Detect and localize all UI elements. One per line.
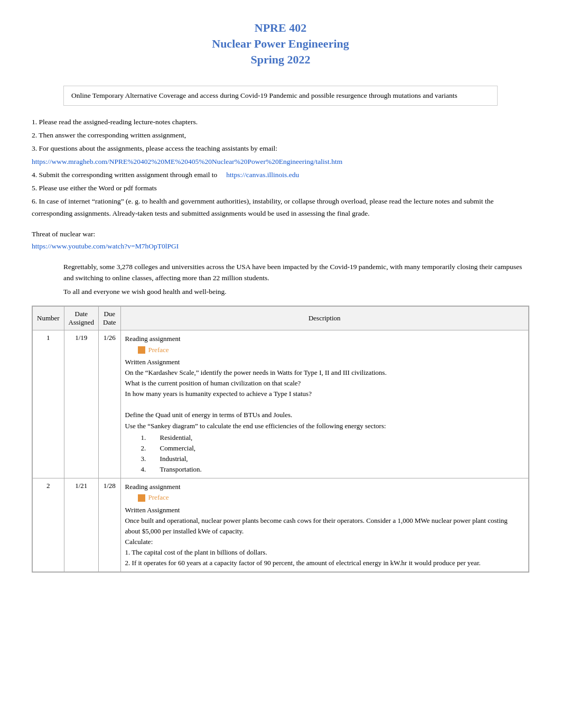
col-due-date: DueDate	[99, 307, 121, 330]
cell-number: 1	[33, 330, 64, 478]
preface-icon	[138, 346, 145, 354]
written-content-line: Calculate:	[125, 537, 524, 547]
pandemic-para1: Regrettably, some 3,278 colleges and uni…	[63, 261, 529, 284]
written-content-line: In how many years is humanity expected t…	[125, 389, 524, 399]
written-content-line: 1. The capital cost of the plant in bill…	[125, 547, 524, 558]
cell-description: Reading assignmentPrefaceWritten Assignm…	[120, 330, 528, 478]
course-code: NPRE 402	[32, 21, 529, 35]
written-content-line: 2. If it operates for 60 years at a capa…	[125, 558, 524, 568]
pandemic-section: Regrettably, some 3,278 colleges and uni…	[32, 261, 529, 298]
written-content-line: Define the Quad unit of energy in terms …	[125, 410, 524, 420]
assignments-table: Number DateAssigned DueDate Description …	[32, 306, 529, 572]
written-content-line: Once built and operational, nuclear powe…	[125, 515, 524, 537]
instruction-4: 4. Submit the corresponding written assi…	[32, 169, 529, 181]
instructions-section: 1. Please read the assigned-reading lect…	[32, 116, 529, 220]
ta-link-line: https://www.mragheb.com/NPRE%20402%20ME%…	[32, 156, 529, 168]
cell-number: 2	[33, 478, 64, 572]
col-number: Number	[33, 307, 64, 330]
written-content-line: On the “Kardashev Scale,” identify the p…	[125, 367, 524, 378]
threat-link-line: https://www.youtube.com/watch?v=M7hOpT0l…	[32, 241, 529, 253]
assignments-table-container: Number DateAssigned DueDate Description …	[32, 306, 529, 573]
col-date-assigned: DateAssigned	[64, 307, 98, 330]
pandemic-para2: To all and everyone we wish good health …	[63, 286, 529, 298]
instruction-5: 5. Please use either the Word or pdf for…	[32, 182, 529, 195]
written-content-line: What is the current position of human ci…	[125, 378, 524, 389]
ta-link[interactable]: https://www.mragheb.com/NPRE%20402%20ME%…	[32, 158, 342, 165]
instruction-4-prefix: 4. Submit the corresponding written assi…	[32, 171, 217, 179]
reading-label: Reading assignment	[125, 483, 181, 491]
sub-list-item: 2.Commercial,	[141, 443, 524, 454]
instruction-3: 3. For questions about the assignments, …	[32, 143, 529, 155]
written-label: Written Assignment	[125, 358, 180, 366]
instruction-2: 2. Then answer the corresponding written…	[32, 130, 529, 142]
cell-due-date: 1/26	[99, 330, 121, 478]
sub-list-item: 4.Transportation.	[141, 464, 524, 475]
table-header-row: Number DateAssigned DueDate Description	[33, 307, 529, 330]
cell-description: Reading assignmentPrefaceWritten Assignm…	[120, 478, 528, 572]
course-title: Nuclear Power Engineering	[32, 37, 529, 51]
notice-text: Online Temporary Alternative Coverage an…	[71, 91, 457, 99]
cell-date-assigned: 1/21	[64, 478, 98, 572]
instruction-6: 6. In case of internet “rationing” (e. g…	[32, 196, 529, 220]
col-description: Description	[120, 307, 528, 330]
page-header: NPRE 402 Nuclear Power Engineering Sprin…	[32, 21, 529, 67]
threat-label: Threat of nuclear war:	[32, 228, 529, 241]
table-row: 21/211/28Reading assignmentPrefaceWritte…	[33, 478, 529, 572]
youtube-link[interactable]: https://www.youtube.com/watch?v=M7hOpT0l…	[32, 242, 179, 250]
preface-container: Preface	[138, 492, 169, 503]
sub-list-item: 3.Industrial,	[141, 454, 524, 464]
preface-link[interactable]: Preface	[148, 492, 169, 503]
preface-container: Preface	[138, 345, 169, 355]
canvas-link[interactable]: https://canvas.illinois.edu	[226, 171, 299, 179]
sub-list-item: 1.Residential,	[141, 432, 524, 443]
cell-date-assigned: 1/19	[64, 330, 98, 478]
cell-due-date: 1/28	[99, 478, 121, 572]
table-row: 11/191/26Reading assignmentPrefaceWritte…	[33, 330, 529, 478]
notice-box: Online Temporary Alternative Coverage an…	[63, 86, 498, 106]
reading-label: Reading assignment	[125, 335, 181, 343]
preface-link[interactable]: Preface	[148, 345, 169, 355]
preface-icon	[138, 494, 145, 502]
written-label: Written Assignment	[125, 506, 180, 514]
written-content-line: Use the “Sankey diagram” to calculate th…	[125, 421, 524, 431]
course-semester: Spring 2022	[32, 53, 529, 67]
threat-section: Threat of nuclear war: https://www.youtu…	[32, 228, 529, 253]
instruction-1: 1. Please read the assigned-reading lect…	[32, 116, 529, 128]
